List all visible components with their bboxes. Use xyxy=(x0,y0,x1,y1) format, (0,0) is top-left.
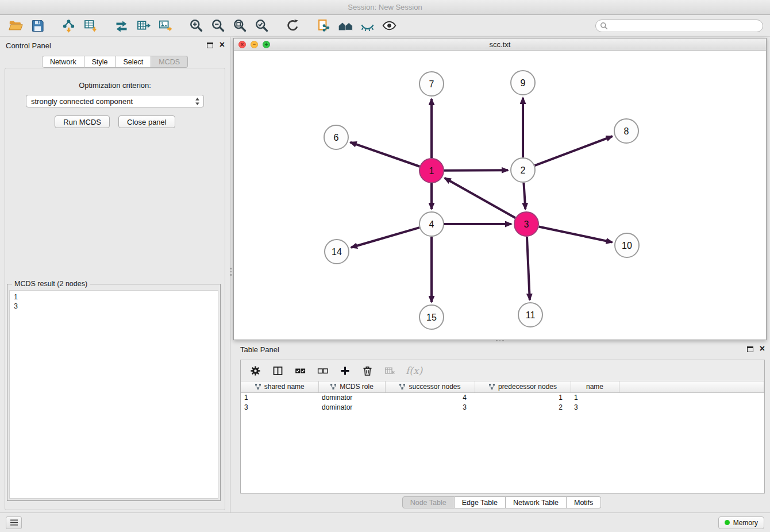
vertical-splitter-handle[interactable] xyxy=(229,261,233,282)
status-menu-button[interactable] xyxy=(6,516,22,529)
import-network-button[interactable] xyxy=(57,17,79,35)
close-panel-icon[interactable] xyxy=(220,40,225,50)
criterion-value: strongly connected component xyxy=(31,97,133,106)
tab-mcds[interactable]: MCDS xyxy=(151,56,188,68)
memory-button[interactable]: Memory xyxy=(718,516,764,529)
network-and-table-button[interactable] xyxy=(132,17,154,35)
mcds-result-text[interactable]: 1 3 xyxy=(9,290,218,499)
table-row[interactable]: 1dominator411 xyxy=(241,392,764,402)
graph-edge-3-1[interactable] xyxy=(445,178,515,218)
show-columns-button[interactable] xyxy=(271,364,284,377)
graph-node-3[interactable]: 3 xyxy=(514,212,538,236)
maximize-window-icon[interactable] xyxy=(263,41,270,48)
graph-edge-2-8[interactable] xyxy=(535,136,613,165)
import-table-button[interactable] xyxy=(79,17,101,35)
column-header-shared-name[interactable]: shared name xyxy=(241,381,318,392)
gear-icon xyxy=(249,365,261,377)
tab-network-table[interactable]: Network Table xyxy=(506,496,567,508)
graph-node-11[interactable]: 11 xyxy=(518,303,542,327)
delete-column-button[interactable] xyxy=(361,364,374,377)
svg-text:6: 6 xyxy=(334,133,339,142)
close-table-panel-icon[interactable] xyxy=(760,344,765,354)
refresh-button[interactable] xyxy=(282,17,303,35)
show-all-button[interactable] xyxy=(378,17,400,35)
column-header-mcds-role[interactable]: MCDS role xyxy=(318,381,385,392)
two-houses-icon xyxy=(338,18,353,33)
export-image-button[interactable] xyxy=(154,17,176,35)
graph-edge-1-6[interactable] xyxy=(351,142,420,167)
clone-network-button[interactable] xyxy=(313,17,334,35)
open-session-button[interactable] xyxy=(5,17,26,35)
graph-node-8[interactable]: 8 xyxy=(614,119,638,143)
close-window-icon[interactable] xyxy=(238,41,246,48)
graph-edge-1-2[interactable] xyxy=(444,170,508,171)
graph-node-9[interactable]: 9 xyxy=(511,71,535,95)
network-window-titlebar[interactable]: scc.txt xyxy=(234,38,766,51)
criterion-select[interactable]: strongly connected component xyxy=(26,95,204,107)
zoom-out-button[interactable] xyxy=(207,17,229,35)
column-header-predecessor-nodes[interactable]: predecessor nodes xyxy=(475,381,571,392)
first-neighbors-button[interactable] xyxy=(334,17,356,35)
float-panel-icon[interactable] xyxy=(207,43,213,48)
table-settings-button[interactable] xyxy=(249,364,261,377)
table-row[interactable]: 3dominator323 xyxy=(241,402,764,412)
column-type-icon xyxy=(330,383,337,390)
tab-network[interactable]: Network xyxy=(42,56,84,68)
graph-edge-4-14[interactable] xyxy=(351,228,419,248)
table-cell[interactable]: 4 xyxy=(385,392,475,402)
table-cell[interactable]: dominator xyxy=(318,402,385,412)
graph-node-4[interactable]: 4 xyxy=(419,212,444,236)
tab-node-table[interactable]: Node Table xyxy=(402,496,455,508)
add-column-button[interactable] xyxy=(338,364,351,377)
table-cell[interactable]: 1 xyxy=(571,392,619,402)
network-graph[interactable]: 7968124314101511 xyxy=(234,51,766,340)
save-session-button[interactable] xyxy=(26,17,48,35)
graph-node-15[interactable]: 15 xyxy=(419,305,444,329)
function-builder-button-disabled: f(x) xyxy=(406,365,422,376)
import-network-icon xyxy=(61,18,76,33)
graph-edge-2-3[interactable] xyxy=(523,183,525,209)
table-cell[interactable]: 3 xyxy=(571,402,619,412)
table-cell[interactable]: 1 xyxy=(241,392,318,402)
run-mcds-button[interactable]: Run MCDS xyxy=(55,115,110,128)
close-panel-button[interactable]: Close panel xyxy=(118,115,175,128)
svg-text:2: 2 xyxy=(521,165,526,175)
select-all-button[interactable] xyxy=(294,364,306,377)
graph-node-2[interactable]: 2 xyxy=(511,158,535,182)
apply-layout-button[interactable] xyxy=(110,17,132,35)
tab-edge-table[interactable]: Edge Table xyxy=(455,496,506,508)
zoom-in-button[interactable] xyxy=(185,17,207,35)
empty-boxes-icon xyxy=(317,365,329,377)
graph-edge-3-10[interactable] xyxy=(539,227,613,242)
column-header-successor-nodes[interactable]: successor nodes xyxy=(385,381,475,392)
table-cell[interactable]: 3 xyxy=(241,402,318,412)
search-input[interactable] xyxy=(595,20,763,32)
tab-select[interactable]: Select xyxy=(116,56,152,68)
graph-node-1[interactable]: 1 xyxy=(419,159,444,183)
graph-edge-3-11[interactable] xyxy=(527,237,530,300)
table-cell[interactable]: 2 xyxy=(475,402,571,412)
image-export-icon xyxy=(157,18,173,33)
network-canvas[interactable]: 7968124314101511 xyxy=(234,51,766,340)
tab-style[interactable]: Style xyxy=(84,56,116,68)
graph-node-14[interactable]: 14 xyxy=(325,240,349,264)
graph-node-10[interactable]: 10 xyxy=(615,233,639,257)
graph-node-7[interactable]: 7 xyxy=(419,72,444,96)
tab-motifs[interactable]: Motifs xyxy=(567,496,601,508)
table-cell[interactable]: dominator xyxy=(318,392,385,402)
trash-icon xyxy=(361,365,374,377)
float-table-panel-icon[interactable] xyxy=(747,346,753,352)
svg-text:11: 11 xyxy=(526,310,536,320)
zoom-selected-button[interactable] xyxy=(251,17,272,35)
minimize-window-icon[interactable] xyxy=(251,41,258,48)
delete-table-button-disabled xyxy=(383,364,396,377)
table-cell[interactable]: 1 xyxy=(475,392,571,402)
zoom-fit-button[interactable] xyxy=(229,17,251,35)
column-header-name[interactable]: name xyxy=(571,381,619,392)
eye-icon xyxy=(382,18,397,33)
graph-node-6[interactable]: 6 xyxy=(324,125,348,149)
table-cell[interactable]: 3 xyxy=(385,402,475,412)
deselect-all-button[interactable] xyxy=(316,364,329,377)
swap-arrows-icon xyxy=(114,18,129,33)
hide-selected-button[interactable] xyxy=(356,17,378,35)
